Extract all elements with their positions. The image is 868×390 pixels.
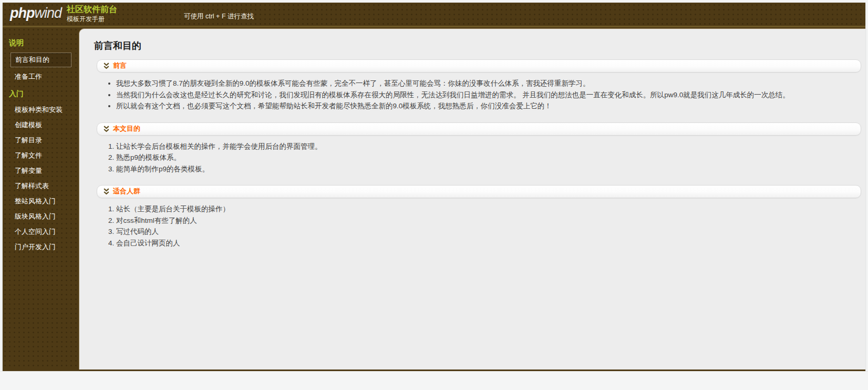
sidebar: 说明前言和目的准备工作入门模板种类和安装创建模板了解目录了解文件了解变量了解样式… [3, 27, 79, 370]
sidebar-item[interactable]: 整站风格入门 [3, 194, 79, 209]
header-title-block: 社区软件前台 模板开发手册 [67, 4, 117, 24]
site-title: 社区软件前台 [67, 4, 117, 15]
sidebar-group-heading: 说明 [3, 34, 79, 52]
sections-container: 前言我想大多数习惯了8.7的朋友碰到全新的9.0的模板体系可能会有些蒙，完全不一… [94, 59, 861, 249]
logo-text-wind: wind [34, 5, 61, 21]
chevron-double-down-icon [104, 188, 109, 195]
list-item: 能简单的制作p9的各类模板。 [116, 163, 861, 175]
list-item: 熟悉p9的模板体系。 [116, 152, 861, 163]
section-list: 我想大多数习惯了8.7的朋友碰到全新的9.0的模板体系可能会有些蒙，完全不一样了… [94, 78, 861, 112]
section-list: 站长（主要是后台关于模板的操作）对css和html有些了解的人写过代码的人会自己… [94, 203, 861, 249]
section-list: 让站长学会后台模板相关的操作，并能学会使用后台的界面管理。熟悉p9的模板体系。能… [94, 141, 861, 175]
page-title: 前言和目的 [94, 39, 861, 52]
search-hint-text: 可使用 ctrl + F 进行查找 [184, 12, 254, 21]
phpwind-logo: phpwind [3, 5, 67, 24]
list-item: 会自己设计网页的人 [116, 238, 861, 249]
list-item: 对css和html有些了解的人 [116, 215, 861, 227]
list-item: 所以就会有这个文档，也必须要写这个文档，希望能帮助站长和开发者能尽快熟悉全新的9… [116, 100, 861, 112]
sidebar-item[interactable]: 版块风格入门 [3, 209, 79, 224]
list-item: 站长（主要是后台关于模板的操作） [116, 203, 861, 215]
sidebar-item[interactable]: 个人空间入门 [3, 224, 79, 239]
list-item: 写过代码的人 [116, 226, 861, 238]
section-title: 本文目的 [113, 124, 140, 134]
sidebar-item[interactable]: 了解目录 [3, 133, 79, 148]
app-header: phpwind 社区软件前台 模板开发手册 可使用 ctrl + F 进行查找 [3, 3, 865, 27]
sidebar-item[interactable]: 准备工作 [3, 69, 79, 84]
site-subtitle: 模板开发手册 [67, 15, 117, 23]
sidebar-item-selected[interactable]: 前言和目的 [11, 53, 71, 67]
section-header-bar[interactable]: 前言 [97, 59, 861, 73]
sidebar-group-heading: 入门 [3, 85, 79, 102]
page-container: phpwind 社区软件前台 模板开发手册 可使用 ctrl + F 进行查找 … [3, 3, 865, 371]
logo-text-php: php [10, 5, 34, 21]
sidebar-item[interactable]: 门户开发入门 [3, 240, 79, 254]
section-title: 适合人群 [113, 187, 140, 197]
section-header-bar[interactable]: 本文目的 [97, 122, 861, 136]
section-header-bar[interactable]: 适合人群 [97, 185, 861, 198]
list-item: 当然我们为什么会改这也是经过长久的研究和讨论，我们发现旧有的模板体系存在很大的局… [116, 89, 861, 101]
section-title: 前言 [113, 61, 127, 71]
sidebar-item[interactable]: 模板种类和安装 [3, 102, 79, 117]
sidebar-item[interactable]: 了解文件 [3, 148, 79, 163]
chevron-double-down-icon [104, 126, 109, 132]
sidebar-item[interactable]: 了解样式表 [3, 179, 79, 193]
page-footer-strip [0, 371, 868, 390]
sidebar-item[interactable]: 创建模板 [3, 118, 79, 132]
list-item: 我想大多数习惯了8.7的朋友碰到全新的9.0的模板体系可能会有些蒙，完全不一样了… [116, 78, 861, 89]
content-panel: 前言和目的 前言我想大多数习惯了8.7的朋友碰到全新的9.0的模板体系可能会有些… [79, 28, 865, 370]
list-item: 让站长学会后台模板相关的操作，并能学会使用后台的界面管理。 [116, 141, 861, 152]
app-body: 说明前言和目的准备工作入门模板种类和安装创建模板了解目录了解文件了解变量了解样式… [3, 27, 865, 370]
chevron-double-down-icon [104, 63, 109, 69]
sidebar-item[interactable]: 了解变量 [3, 163, 79, 178]
